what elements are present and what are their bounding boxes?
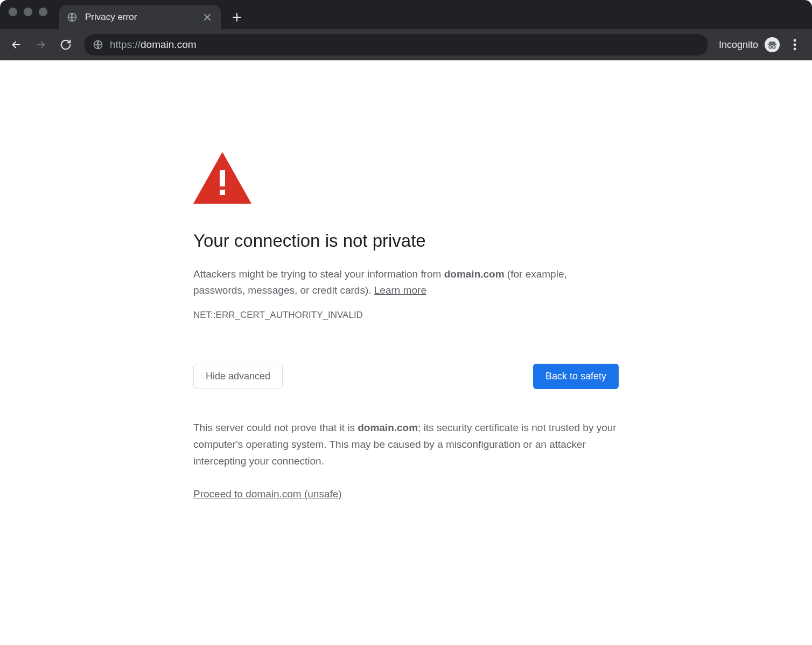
svg-point-7 (794, 48, 796, 51)
tab-title: Privacy error (85, 12, 194, 23)
url-host: domain.com (141, 39, 197, 50)
warning-triangle-icon (193, 152, 619, 204)
incognito-icon[interactable] (765, 37, 780, 52)
window-zoom-dot[interactable] (39, 8, 47, 16)
back-to-safety-button[interactable]: Back to safety (533, 364, 619, 389)
new-tab-button[interactable] (226, 6, 248, 28)
hide-advanced-button[interactable]: Hide advanced (193, 364, 283, 389)
browser-window: Privacy error (0, 0, 812, 645)
url-text: https://domain.com (110, 39, 197, 51)
adv-text-pre: This server could not prove that it is (193, 422, 358, 433)
incognito-label: Incognito (719, 39, 758, 51)
toolbar: https://domain.com Incognito (0, 29, 812, 60)
adv-domain: domain.com (358, 422, 418, 433)
window-controls (5, 0, 53, 29)
advanced-explanation: This server could not prove that it is d… (193, 419, 619, 470)
svg-rect-9 (220, 170, 225, 186)
site-info-globe-icon[interactable] (93, 39, 103, 50)
warning-subtitle: Attackers might be trying to steal your … (193, 266, 619, 299)
forward-button[interactable] (30, 34, 52, 56)
subtitle-text-pre: Attackers might be trying to steal your … (193, 268, 444, 280)
learn-more-link[interactable]: Learn more (374, 285, 426, 296)
svg-point-4 (773, 46, 775, 48)
globe-icon (67, 12, 78, 23)
proceed-unsafe-link[interactable]: Proceed to domain.com (unsafe) (193, 488, 342, 500)
reload-button[interactable] (55, 34, 76, 56)
svg-point-3 (769, 46, 772, 48)
svg-point-5 (794, 39, 796, 42)
kebab-menu-icon[interactable] (786, 34, 803, 56)
button-row: Hide advanced Back to safety (193, 364, 619, 389)
tab-strip: Privacy error (0, 0, 812, 29)
window-minimize-dot[interactable] (24, 8, 32, 16)
browser-chrome-top: Privacy error (0, 0, 812, 60)
svg-point-6 (794, 44, 796, 46)
svg-rect-10 (220, 190, 225, 195)
page-content: Your connection is not private Attackers… (0, 60, 812, 645)
active-tab[interactable]: Privacy error (59, 5, 221, 29)
tab-close-icon[interactable] (201, 11, 213, 23)
error-code: NET::ERR_CERT_AUTHORITY_INVALID (193, 310, 619, 321)
svg-rect-2 (768, 44, 777, 45)
back-button[interactable] (5, 34, 27, 56)
window-close-dot[interactable] (9, 8, 17, 16)
url-scheme: https:// (110, 39, 141, 50)
address-bar[interactable]: https://domain.com (84, 34, 708, 56)
page-title: Your connection is not private (193, 231, 619, 251)
subtitle-domain: domain.com (444, 268, 505, 280)
security-interstitial: Your connection is not private Attackers… (193, 60, 619, 532)
toolbar-right: Incognito (716, 34, 807, 56)
